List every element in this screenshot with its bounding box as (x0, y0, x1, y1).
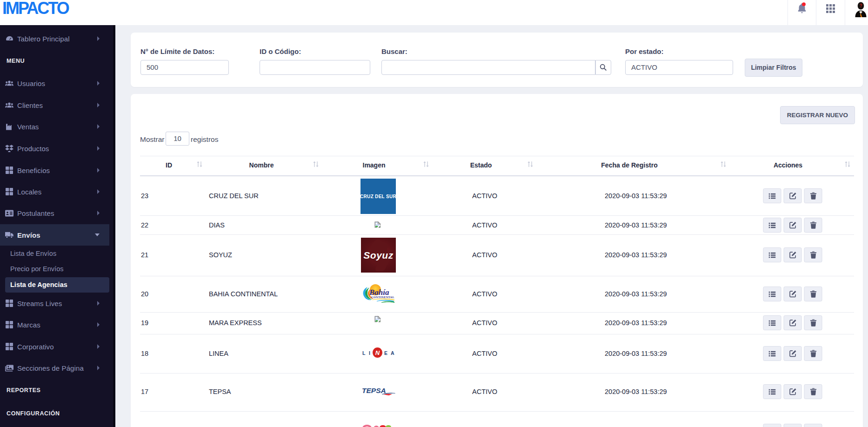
svg-text:TEPSA: TEPSA (362, 387, 386, 394)
svg-text:?: ? (859, 3, 862, 8)
svg-text:CONTINENTAL: CONTINENTAL (371, 295, 394, 299)
